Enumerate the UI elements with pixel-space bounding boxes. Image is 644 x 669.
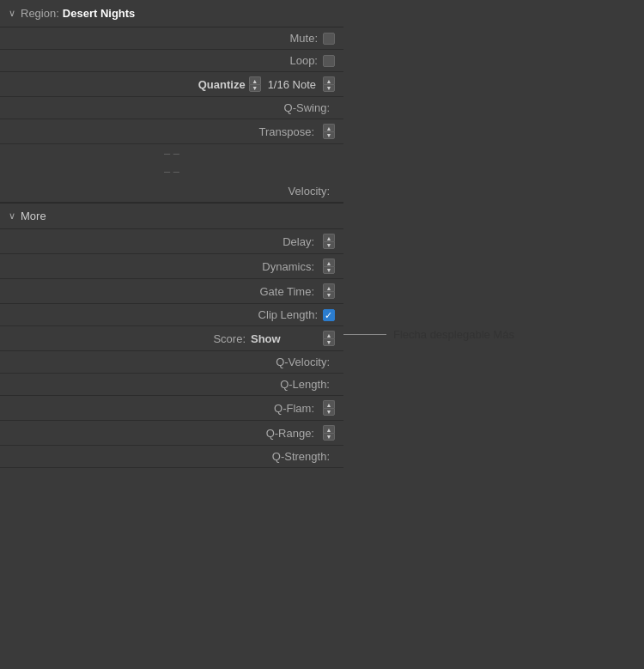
region-panel: ∨ Region: Desert Nights Mute: Loop: Quan… [0, 0, 343, 468]
q-flam-down-btn[interactable]: ▼ [323, 408, 335, 416]
delay-label: Delay: [283, 235, 314, 248]
delay-up-btn[interactable]: ▲ [323, 234, 335, 241]
q-velocity-label: Q-Velocity: [276, 356, 330, 368]
delay-row: Delay: ▲ ▼ [0, 229, 343, 254]
dash-row-2: – – [0, 162, 343, 180]
dynamics-label: Dynamics: [262, 260, 314, 273]
gate-time-stepper[interactable]: ▲ ▼ [323, 283, 335, 299]
q-swing-row: Q-Swing: [0, 97, 343, 119]
transpose-label: Transpose: [258, 125, 314, 138]
gate-time-down-btn[interactable]: ▼ [323, 291, 335, 299]
dynamics-down-btn[interactable]: ▼ [323, 266, 335, 274]
q-range-row: Q-Range: ▲ ▼ [0, 421, 343, 446]
score-label: Score: [213, 332, 246, 345]
q-swing-label: Q-Swing: [284, 101, 330, 114]
q-length-label: Q-Length: [280, 378, 330, 391]
gate-time-up-btn[interactable]: ▲ [323, 283, 335, 291]
quantize-down-btn[interactable]: ▼ [249, 84, 261, 92]
delay-down-btn[interactable]: ▼ [323, 241, 335, 249]
q-flam-up-btn[interactable]: ▲ [323, 400, 335, 408]
q-flam-stepper[interactable]: ▲ ▼ [323, 400, 335, 416]
section-chevron[interactable]: ∨ [9, 8, 15, 19]
q-flam-row: Q-Flam: ▲ ▼ [0, 396, 343, 421]
velocity-row: Velocity: [0, 180, 343, 203]
clip-length-checkbox[interactable] [323, 309, 335, 321]
quantize-note-up-btn[interactable]: ▲ [323, 76, 335, 84]
score-down-btn[interactable]: ▼ [323, 338, 335, 346]
score-stepper[interactable]: ▲ ▼ [323, 331, 335, 346]
quantize-up-btn[interactable]: ▲ [249, 76, 261, 84]
score-row: Score: Show ▲ ▼ [0, 326, 343, 351]
region-label: Region: [21, 7, 59, 20]
quantize-stepper[interactable]: ▲ ▼ [249, 76, 261, 92]
loop-row: Loop: [0, 50, 343, 72]
dash-text-2: – – [164, 165, 179, 178]
q-range-down-btn[interactable]: ▼ [323, 433, 335, 441]
q-strength-label: Q-Strength: [272, 450, 330, 463]
gate-time-row: Gate Time: ▲ ▼ [0, 279, 343, 304]
region-name: Desert Nights [63, 7, 136, 20]
annotation-text: Flecha desplegable Más [393, 328, 514, 341]
section-header[interactable]: ∨ Region: Desert Nights [0, 0, 343, 27]
quantize-label: Quantize [198, 78, 246, 91]
quantize-note-down-btn[interactable]: ▼ [323, 84, 335, 92]
loop-checkbox[interactable] [323, 55, 335, 67]
mute-label: Mute: [289, 32, 318, 45]
transpose-down-btn[interactable]: ▼ [323, 131, 335, 139]
loop-label: Loop: [289, 54, 318, 67]
clip-length-row: Clip Length: [0, 304, 343, 326]
delay-stepper[interactable]: ▲ ▼ [323, 234, 335, 249]
mute-row: Mute: [0, 27, 343, 50]
dash-text-1: – – [164, 147, 179, 160]
score-value: Show [251, 332, 319, 345]
quantize-row: Quantize ▲ ▼ 1/16 Note ▲ ▼ [0, 72, 343, 97]
quantize-right-stepper[interactable]: ▲ ▼ [323, 76, 335, 92]
q-length-row: Q-Length: [0, 374, 343, 396]
more-section[interactable]: ∨ More [0, 203, 343, 229]
quantize-value: 1/16 Note [268, 78, 316, 91]
velocity-label: Velocity: [289, 185, 330, 198]
gate-time-label: Gate Time: [259, 285, 314, 298]
clip-length-label: Clip Length: [258, 308, 318, 321]
dynamics-stepper[interactable]: ▲ ▼ [323, 258, 335, 274]
q-velocity-row: Q-Velocity: [0, 351, 343, 374]
dynamics-up-btn[interactable]: ▲ [323, 258, 335, 266]
dash-row-1: – – [0, 144, 343, 162]
transpose-up-btn[interactable]: ▲ [323, 124, 335, 131]
more-chevron: ∨ [9, 210, 15, 222]
q-range-stepper[interactable]: ▲ ▼ [323, 425, 335, 441]
q-flam-label: Q-Flam: [274, 402, 314, 415]
score-up-btn[interactable]: ▲ [323, 331, 335, 338]
transpose-stepper[interactable]: ▲ ▼ [323, 124, 335, 139]
dynamics-row: Dynamics: ▲ ▼ [0, 254, 343, 279]
q-strength-row: Q-Strength: [0, 446, 343, 468]
annotation-line [343, 334, 386, 335]
q-range-label: Q-Range: [266, 427, 314, 440]
mute-checkbox[interactable] [323, 33, 335, 45]
q-range-up-btn[interactable]: ▲ [323, 425, 335, 433]
transpose-row: Transpose: ▲ ▼ [0, 119, 343, 144]
more-label: More [21, 210, 46, 222]
